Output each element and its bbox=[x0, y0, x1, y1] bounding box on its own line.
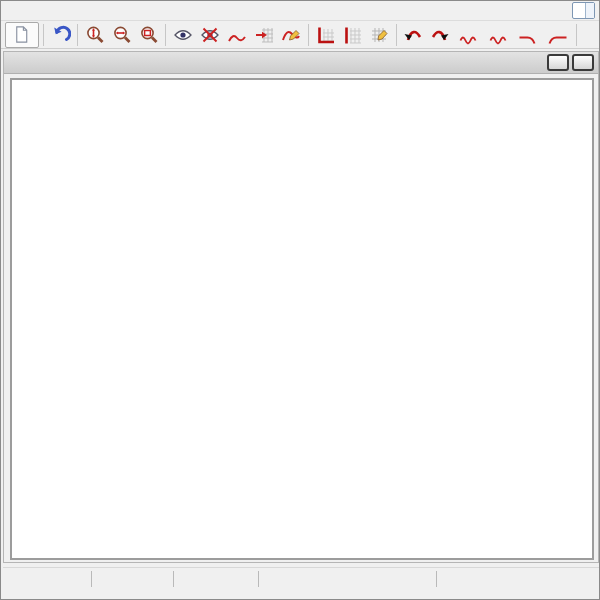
edit-curve-icon bbox=[281, 25, 301, 45]
new-axis-icon bbox=[315, 25, 335, 45]
plot-panel[interactable] bbox=[10, 78, 594, 560]
add-grid-button[interactable] bbox=[340, 22, 365, 48]
edit-grid-icon bbox=[369, 25, 389, 45]
toolbar-separator bbox=[165, 24, 166, 46]
toolbar-separator bbox=[308, 24, 309, 46]
rms-button[interactable] bbox=[455, 22, 483, 48]
waveform-plot-area[interactable] bbox=[12, 80, 592, 558]
status-bar bbox=[3, 567, 599, 589]
toolbar-separator bbox=[43, 24, 44, 46]
previous-curve-button[interactable] bbox=[401, 22, 426, 48]
new-document-icon bbox=[12, 25, 31, 44]
toolbar bbox=[1, 21, 599, 49]
toolbar-separator bbox=[77, 24, 78, 46]
waveform-viewer-window bbox=[0, 0, 600, 600]
toolbar-separator bbox=[576, 24, 577, 46]
3db-highpass-button[interactable] bbox=[544, 22, 572, 48]
3db-rising-icon bbox=[547, 25, 569, 45]
rms-icon bbox=[458, 25, 480, 45]
edit-grid-button[interactable] bbox=[367, 22, 392, 48]
eye-crossed-icon bbox=[200, 25, 220, 45]
next-curve-button[interactable] bbox=[428, 22, 453, 48]
graph-child-window bbox=[3, 51, 599, 563]
move-curve-button[interactable] bbox=[252, 22, 277, 48]
chevron-down-icon[interactable] bbox=[585, 3, 594, 18]
hide-curve-button[interactable] bbox=[197, 22, 222, 48]
zoom-y-button[interactable] bbox=[82, 22, 107, 48]
eye-icon bbox=[173, 25, 193, 45]
close-window-button[interactable] bbox=[572, 54, 594, 71]
status-cursor-x bbox=[3, 571, 92, 587]
move-to-axis-icon bbox=[254, 25, 274, 45]
show-curve-button[interactable] bbox=[170, 22, 195, 48]
add-axis-button[interactable] bbox=[313, 22, 338, 48]
status-curve-name bbox=[174, 571, 259, 587]
menu-bar bbox=[1, 1, 599, 21]
undo-button[interactable] bbox=[48, 22, 73, 48]
zoom-vertical-icon bbox=[85, 25, 105, 45]
undo-icon bbox=[51, 25, 71, 45]
viewer-select-combo[interactable] bbox=[572, 2, 595, 19]
avg-button[interactable] bbox=[485, 22, 513, 48]
status-extra bbox=[437, 571, 599, 587]
restore-window-button[interactable] bbox=[547, 54, 569, 71]
new-grid-icon bbox=[342, 25, 362, 45]
label-curve-button[interactable] bbox=[225, 22, 250, 48]
curve-arrow-right-icon bbox=[430, 25, 450, 45]
3db-falling-icon bbox=[517, 25, 539, 45]
new-graph-button[interactable] bbox=[5, 22, 39, 48]
edit-curve-button[interactable] bbox=[279, 22, 304, 48]
curve-label-icon bbox=[227, 25, 247, 45]
zoom-box-icon bbox=[139, 25, 159, 45]
status-cursor-y bbox=[92, 571, 174, 587]
graph-title-bar[interactable] bbox=[4, 52, 598, 74]
zoom-x-button[interactable] bbox=[109, 22, 134, 48]
avg-icon bbox=[488, 25, 510, 45]
curve-arrow-left-icon bbox=[403, 25, 423, 45]
status-group bbox=[259, 571, 437, 587]
toolbar-separator bbox=[396, 24, 397, 46]
zoom-box-button[interactable] bbox=[136, 22, 161, 48]
3db-lowpass-button[interactable] bbox=[515, 22, 543, 48]
zoom-horizontal-icon bbox=[112, 25, 132, 45]
